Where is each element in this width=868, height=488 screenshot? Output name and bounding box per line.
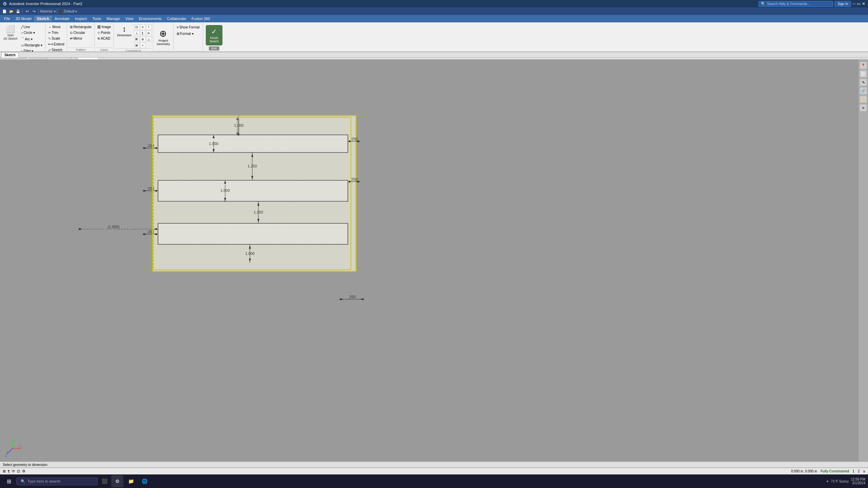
menu-sketch[interactable]: Sketch <box>34 16 52 21</box>
btn-constrain-9[interactable]: △ <box>146 37 152 42</box>
btn-dimension[interactable]: ↕ Dimension <box>115 24 133 38</box>
taskview-button[interactable]: ⬛ <box>99 476 110 487</box>
menu-tools[interactable]: Tools <box>90 16 104 21</box>
signin-button[interactable]: Sign In <box>834 1 851 7</box>
dim-right1: .250 <box>350 137 357 141</box>
dim-d3: 1.250 <box>248 164 257 168</box>
app-icon: ⚙ <box>3 1 7 6</box>
btn-format[interactable]: ⊞Format ▾ <box>175 31 201 37</box>
btn-fillet[interactable]: ⌐Fillet ▾ <box>20 48 44 52</box>
minimize-button[interactable]: ─ <box>852 1 855 6</box>
right-panel-btn-6[interactable]: ≡ <box>860 104 867 111</box>
menu-manage[interactable]: Manage <box>104 16 123 21</box>
btn-finish-sketch[interactable]: ✓ FinishSketch <box>206 25 223 45</box>
btn-constrain-2[interactable]: ≡ <box>140 24 145 30</box>
btn-show-format[interactable]: ≡Show Format <box>175 24 201 30</box>
taskbar-inventor[interactable]: ⚙ <box>111 475 123 487</box>
btn-start-2d-sketch[interactable]: ⬜ Start2D Sketch <box>2 24 19 41</box>
btn-circle[interactable]: ○Circle ▾ <box>20 30 44 35</box>
btn-arc[interactable]: ⌒Arc ▾ <box>20 36 44 42</box>
btn-project-geometry[interactable]: ⊕ ProjectGeometry <box>155 27 172 47</box>
menu-bar: File 3D Model Sketch Annotate Inspect To… <box>0 15 868 22</box>
btn-constrain-5[interactable]: ∥ <box>140 30 145 36</box>
svg-text:Z: Z <box>5 454 7 457</box>
start-button[interactable]: ⊞ <box>3 475 15 487</box>
taskbar-explorer[interactable]: 📁 <box>125 475 137 487</box>
ribbon-group-show-format: ≡Show Format ⊞Format ▾ <box>174 23 203 52</box>
btn-acad[interactable]: ≋ACAD <box>96 36 112 41</box>
btn-circular-pattern[interactable]: ⊙Circular <box>68 30 93 35</box>
svg-line-60 <box>8 448 13 453</box>
title-bar: ⚙ Autodesk Inventor Professional 2024 - … <box>0 0 868 7</box>
axis-indicator: X Y Z <box>4 440 21 458</box>
menu-environments[interactable]: Environments <box>136 16 164 21</box>
btn-rectangular-pattern[interactable]: ⊞Rectangular <box>68 24 93 29</box>
statusbar-icon-3[interactable]: ⟳ <box>12 469 15 473</box>
btn-exit[interactable]: Exit <box>209 46 219 50</box>
menu-fusion360[interactable]: Fusion 360 <box>189 16 213 21</box>
btn-scale[interactable]: ⤡Scale <box>47 36 65 41</box>
default-label: ⬛ Default ▾ <box>59 9 77 13</box>
statusbar-icon-2[interactable]: ¶ <box>8 469 10 473</box>
statusbar-settings[interactable]: ≡ <box>863 469 865 473</box>
btn-constrain-7[interactable]: ⌘ <box>134 37 139 42</box>
btn-constrain-6[interactable]: ⊳ <box>146 30 152 36</box>
qa-redo[interactable]: ↪ <box>31 8 37 14</box>
ribbon-group-modify: ↔Move ✂Trim ⤡Scale ⟷Extend ⤢Stretch ⊡Cop… <box>45 23 67 52</box>
close-button[interactable]: ✕ <box>862 1 865 6</box>
btn-mirror[interactable]: ⇌Mirror <box>68 36 93 41</box>
qa-save[interactable]: 💾 <box>15 8 21 14</box>
dim-right2: .250 <box>350 177 357 181</box>
btn-line[interactable]: ╱Line <box>20 24 44 29</box>
menu-view[interactable]: View <box>123 16 136 21</box>
btn-image[interactable]: 🖼Image <box>96 24 112 29</box>
select-text: Select geometry to dimension <box>3 463 47 467</box>
qa-new[interactable]: 📄 <box>1 8 7 14</box>
right-panel-btn-3[interactable]: ✎ <box>860 79 867 86</box>
menu-inspect[interactable]: Inspect <box>72 16 90 21</box>
btn-move[interactable]: ↔Move <box>47 24 65 29</box>
canvas-area: 1.000 .250 1.000 .250 1.250 .250 <box>0 60 868 468</box>
statusbar-icon-4[interactable]: ⊡ <box>17 469 20 473</box>
weather-text: 71°F Sunny <box>831 480 849 483</box>
maximize-button[interactable]: ▭ <box>857 1 861 6</box>
menu-file[interactable]: File <box>1 16 13 21</box>
search-bar[interactable]: 🔍 Search Help & Commands... <box>758 1 833 7</box>
btn-trim[interactable]: ✂Trim <box>47 30 65 35</box>
right-panel-btn-4[interactable]: 🔗 <box>860 87 867 95</box>
weather-indicator: ☀ <box>826 480 829 483</box>
svg-marker-32 <box>79 228 82 230</box>
search-taskbar-text: Type here to search <box>27 479 60 483</box>
right-panel-btn-1[interactable]: 📍 <box>860 62 867 69</box>
ribbon-tab-sketch[interactable]: Sketch <box>1 52 19 58</box>
qa-separator2 <box>38 9 39 14</box>
btn-constrain-11[interactable]: ≈ <box>140 43 145 48</box>
btn-extend[interactable]: ⟷Extend <box>47 42 65 47</box>
page-number: 1 <box>852 469 854 473</box>
search-taskbar[interactable]: 🔍 Type here to search <box>16 477 98 485</box>
menu-collaborate[interactable]: Collaborate <box>164 16 189 21</box>
btn-constrain-8[interactable]: ⊚ <box>140 37 145 42</box>
btn-constrain-1[interactable]: ⊡ <box>134 24 139 30</box>
menu-3dmodel[interactable]: 3D Model <box>13 16 34 21</box>
svg-marker-41 <box>340 298 343 300</box>
inventor-status-bar: ⊞ ¶ ⟳ ⊡ ⚙ 0.000 in, 0.000 in Fully Const… <box>0 468 868 474</box>
right-panel-btn-2[interactable]: ⬜ <box>860 70 867 78</box>
btn-constrain-3[interactable]: ⊺ <box>146 24 152 30</box>
qa-undo[interactable]: ↩ <box>24 8 30 14</box>
sketch-canvas: 1.000 .250 1.000 .250 1.250 .250 <box>0 60 868 466</box>
svg-marker-6 <box>143 147 147 149</box>
btn-constrain-10[interactable]: ⊠ <box>134 43 139 48</box>
statusbar-icon-1[interactable]: ⊞ <box>3 469 6 473</box>
qa-open[interactable]: 📂 <box>8 8 14 14</box>
btn-points[interactable]: ⊹Points <box>96 30 112 35</box>
taskbar-chrome[interactable]: 🌐 <box>138 475 151 487</box>
btn-stretch[interactable]: ⤢Stretch <box>47 47 65 52</box>
btn-rectangle[interactable]: ▭Rectangle ▾ <box>20 43 44 48</box>
menu-annotate[interactable]: Annotate <box>52 16 72 21</box>
ribbon-group-constrain: ↕ Dimension ⊡ ≡ ⊺ ⊥ ∥ ⊳ ⌘ ⊚ △ <box>114 23 153 52</box>
btn-constrain-4[interactable]: ⊥ <box>134 30 139 36</box>
statusbar-icon-5[interactable]: ⚙ <box>22 469 25 473</box>
ribbon-group-project-geometry: ⊕ ProjectGeometry <box>153 23 174 52</box>
right-panel-btn-5[interactable]: ⚡ <box>860 96 867 103</box>
